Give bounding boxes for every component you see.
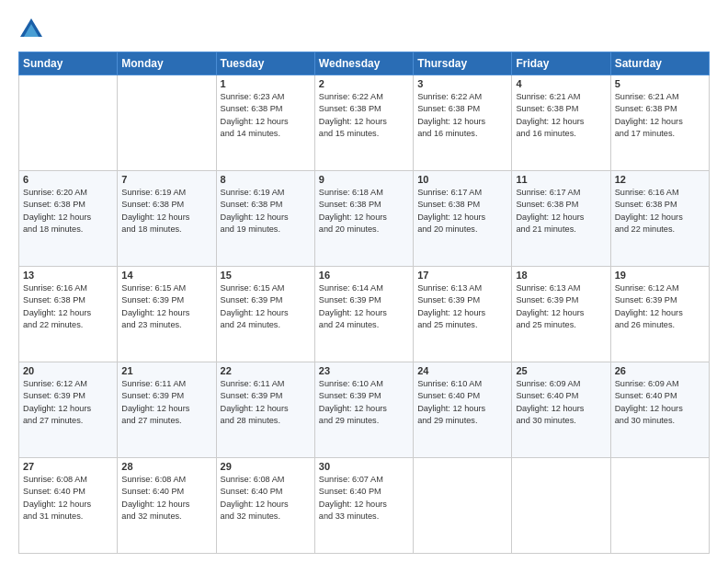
day-info: Sunrise: 6:17 AM Sunset: 6:38 PM Dayligh… (417, 187, 507, 236)
day-info: Sunrise: 6:10 AM Sunset: 6:40 PM Dayligh… (417, 378, 507, 427)
day-number: 24 (417, 365, 507, 376)
day-info: Sunrise: 6:15 AM Sunset: 6:39 PM Dayligh… (221, 282, 311, 331)
calendar-cell: 16Sunrise: 6:14 AM Sunset: 6:39 PM Dayli… (314, 267, 413, 362)
day-info: Sunrise: 6:13 AM Sunset: 6:39 PM Dayligh… (417, 282, 507, 331)
calendar-cell: 20Sunrise: 6:12 AM Sunset: 6:39 PM Dayli… (19, 362, 118, 458)
calendar-cell: 13Sunrise: 6:16 AM Sunset: 6:38 PM Dayli… (19, 267, 118, 362)
calendar-cell: 28Sunrise: 6:08 AM Sunset: 6:40 PM Dayli… (118, 458, 216, 554)
day-info: Sunrise: 6:19 AM Sunset: 6:38 PM Dayligh… (121, 187, 211, 236)
calendar-cell (512, 458, 610, 554)
day-number: 13 (23, 270, 113, 281)
day-info: Sunrise: 6:12 AM Sunset: 6:39 PM Dayligh… (23, 378, 113, 427)
day-info: Sunrise: 6:11 AM Sunset: 6:39 PM Dayligh… (121, 378, 211, 427)
weekday-header-friday: Friday (512, 52, 610, 75)
day-info: Sunrise: 6:23 AM Sunset: 6:38 PM Dayligh… (221, 91, 311, 140)
day-info: Sunrise: 6:20 AM Sunset: 6:38 PM Dayligh… (23, 187, 113, 236)
page: SundayMondayTuesdayWednesdayThursdayFrid… (0, 0, 728, 563)
day-info: Sunrise: 6:08 AM Sunset: 6:40 PM Dayligh… (121, 474, 211, 523)
day-number: 2 (319, 78, 409, 89)
day-number: 12 (615, 174, 705, 185)
calendar-table: SundayMondayTuesdayWednesdayThursdayFrid… (18, 52, 710, 554)
calendar-cell: 29Sunrise: 6:08 AM Sunset: 6:40 PM Dayli… (216, 458, 314, 554)
calendar-cell: 21Sunrise: 6:11 AM Sunset: 6:39 PM Dayli… (118, 362, 216, 458)
day-number: 26 (615, 365, 705, 376)
day-info: Sunrise: 6:18 AM Sunset: 6:38 PM Dayligh… (319, 187, 409, 236)
day-info: Sunrise: 6:11 AM Sunset: 6:39 PM Dayligh… (221, 378, 311, 427)
day-number: 22 (221, 365, 311, 376)
calendar-cell (610, 458, 709, 554)
calendar-cell: 24Sunrise: 6:10 AM Sunset: 6:40 PM Dayli… (414, 362, 512, 458)
day-info: Sunrise: 6:15 AM Sunset: 6:39 PM Dayligh… (121, 282, 211, 331)
calendar-cell: 6Sunrise: 6:20 AM Sunset: 6:38 PM Daylig… (19, 171, 118, 267)
calendar-cell: 5Sunrise: 6:21 AM Sunset: 6:38 PM Daylig… (610, 75, 709, 171)
day-number: 8 (221, 174, 311, 185)
day-number: 15 (221, 270, 311, 281)
calendar-cell: 30Sunrise: 6:07 AM Sunset: 6:40 PM Dayli… (314, 458, 413, 554)
day-info: Sunrise: 6:22 AM Sunset: 6:38 PM Dayligh… (319, 91, 409, 140)
day-number: 14 (121, 270, 211, 281)
week-row-4: 20Sunrise: 6:12 AM Sunset: 6:39 PM Dayli… (19, 362, 710, 458)
logo (18, 17, 46, 42)
weekday-header-thursday: Thursday (414, 52, 512, 75)
day-info: Sunrise: 6:12 AM Sunset: 6:39 PM Dayligh… (615, 282, 705, 331)
week-row-1: 1Sunrise: 6:23 AM Sunset: 6:38 PM Daylig… (19, 75, 710, 171)
day-number: 29 (221, 461, 311, 472)
calendar-cell: 1Sunrise: 6:23 AM Sunset: 6:38 PM Daylig… (216, 75, 314, 171)
calendar-cell: 4Sunrise: 6:21 AM Sunset: 6:38 PM Daylig… (512, 75, 610, 171)
day-info: Sunrise: 6:10 AM Sunset: 6:39 PM Dayligh… (319, 378, 409, 427)
calendar-cell: 9Sunrise: 6:18 AM Sunset: 6:38 PM Daylig… (314, 171, 413, 267)
day-number: 5 (615, 78, 705, 89)
day-number: 10 (417, 174, 507, 185)
day-number: 18 (516, 270, 606, 281)
week-row-5: 27Sunrise: 6:08 AM Sunset: 6:40 PM Dayli… (19, 458, 710, 554)
calendar-cell: 18Sunrise: 6:13 AM Sunset: 6:39 PM Dayli… (512, 267, 610, 362)
calendar-cell: 12Sunrise: 6:16 AM Sunset: 6:38 PM Dayli… (610, 171, 709, 267)
calendar-cell: 14Sunrise: 6:15 AM Sunset: 6:39 PM Dayli… (118, 267, 216, 362)
weekday-header-wednesday: Wednesday (314, 52, 413, 75)
calendar-cell: 25Sunrise: 6:09 AM Sunset: 6:40 PM Dayli… (512, 362, 610, 458)
calendar-cell: 8Sunrise: 6:19 AM Sunset: 6:38 PM Daylig… (216, 171, 314, 267)
calendar-cell (19, 75, 118, 171)
day-info: Sunrise: 6:21 AM Sunset: 6:38 PM Dayligh… (615, 91, 705, 140)
week-row-2: 6Sunrise: 6:20 AM Sunset: 6:38 PM Daylig… (19, 171, 710, 267)
day-info: Sunrise: 6:19 AM Sunset: 6:38 PM Dayligh… (221, 187, 311, 236)
day-number: 17 (417, 270, 507, 281)
weekday-header-tuesday: Tuesday (216, 52, 314, 75)
day-number: 21 (121, 365, 211, 376)
day-number: 3 (417, 78, 507, 89)
calendar-cell: 17Sunrise: 6:13 AM Sunset: 6:39 PM Dayli… (414, 267, 512, 362)
day-info: Sunrise: 6:22 AM Sunset: 6:38 PM Dayligh… (417, 91, 507, 140)
day-info: Sunrise: 6:14 AM Sunset: 6:39 PM Dayligh… (319, 282, 409, 331)
day-number: 6 (23, 174, 113, 185)
calendar-cell: 26Sunrise: 6:09 AM Sunset: 6:40 PM Dayli… (610, 362, 709, 458)
calendar-cell: 23Sunrise: 6:10 AM Sunset: 6:39 PM Dayli… (314, 362, 413, 458)
calendar-cell: 2Sunrise: 6:22 AM Sunset: 6:38 PM Daylig… (314, 75, 413, 171)
day-info: Sunrise: 6:09 AM Sunset: 6:40 PM Dayligh… (516, 378, 606, 427)
weekday-header-sunday: Sunday (19, 52, 118, 75)
header (18, 17, 710, 42)
day-number: 27 (23, 461, 113, 472)
calendar-cell: 22Sunrise: 6:11 AM Sunset: 6:39 PM Dayli… (216, 362, 314, 458)
day-info: Sunrise: 6:16 AM Sunset: 6:38 PM Dayligh… (23, 282, 113, 331)
day-info: Sunrise: 6:08 AM Sunset: 6:40 PM Dayligh… (23, 474, 113, 523)
day-info: Sunrise: 6:07 AM Sunset: 6:40 PM Dayligh… (319, 474, 409, 523)
day-number: 4 (516, 78, 606, 89)
calendar-cell: 11Sunrise: 6:17 AM Sunset: 6:38 PM Dayli… (512, 171, 610, 267)
day-number: 25 (516, 365, 606, 376)
weekday-header-row: SundayMondayTuesdayWednesdayThursdayFrid… (19, 52, 710, 75)
weekday-header-saturday: Saturday (610, 52, 709, 75)
logo-icon (18, 17, 44, 42)
calendar-cell: 3Sunrise: 6:22 AM Sunset: 6:38 PM Daylig… (414, 75, 512, 171)
calendar-cell (118, 75, 216, 171)
calendar-cell: 15Sunrise: 6:15 AM Sunset: 6:39 PM Dayli… (216, 267, 314, 362)
week-row-3: 13Sunrise: 6:16 AM Sunset: 6:38 PM Dayli… (19, 267, 710, 362)
day-info: Sunrise: 6:13 AM Sunset: 6:39 PM Dayligh… (516, 282, 606, 331)
day-number: 16 (319, 270, 409, 281)
day-number: 7 (121, 174, 211, 185)
day-info: Sunrise: 6:21 AM Sunset: 6:38 PM Dayligh… (516, 91, 606, 140)
day-number: 1 (221, 78, 311, 89)
day-number: 19 (615, 270, 705, 281)
day-number: 9 (319, 174, 409, 185)
calendar-cell: 27Sunrise: 6:08 AM Sunset: 6:40 PM Dayli… (19, 458, 118, 554)
calendar-cell: 10Sunrise: 6:17 AM Sunset: 6:38 PM Dayli… (414, 171, 512, 267)
